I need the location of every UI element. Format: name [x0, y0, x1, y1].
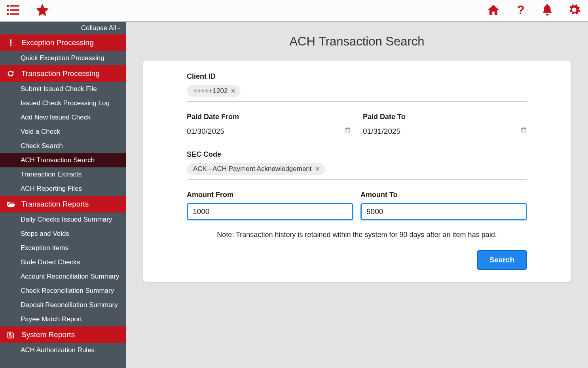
folder-open-icon	[6, 200, 16, 209]
retention-note: Note: Transaction history is retained wi…	[187, 231, 527, 239]
top-bar: ?	[0, 0, 588, 22]
amount-to-label: Amount To	[360, 191, 527, 199]
nav-item-submit-issued-check-file[interactable]: Submit Issued Check File	[0, 82, 126, 96]
star-icon[interactable]	[35, 2, 50, 19]
amount-from-input[interactable]	[187, 203, 353, 220]
nav-header-label: Transaction Reports	[21, 200, 89, 209]
nav-item-daily-checks-issued-summary[interactable]: Daily Checks Issued Summary	[0, 212, 126, 227]
nav-item-account-reconciliation-summary[interactable]: Account Reconciliation Summary	[0, 269, 126, 284]
nav-item-check-reconciliation-summary[interactable]: Check Reconciliation Summary	[0, 284, 126, 298]
svg-rect-3	[10, 9, 19, 10]
paid-date-to-label: Paid Date To	[363, 113, 527, 121]
client-id-field: Client ID +++++1202 ✕	[187, 72, 527, 102]
nav-item-stale-dated-checks[interactable]: Stale Dated Checks	[0, 255, 126, 269]
nav-item-quick-exception-processing[interactable]: Quick Exception Processing	[0, 51, 126, 65]
paid-date-from-value: 01/30/2025	[187, 127, 224, 136]
sec-code-label: SEC Code	[187, 150, 527, 159]
svg-rect-0	[7, 5, 9, 7]
svg-text:?: ?	[517, 3, 525, 17]
nav-item-ach-authorization-rules[interactable]: ACH Authorization Rules	[0, 343, 126, 357]
svg-rect-4	[7, 13, 9, 15]
search-form-card: Client ID +++++1202 ✕ Paid Date From 01/…	[143, 61, 571, 282]
newspaper-icon	[6, 330, 16, 339]
paid-date-to-field: Paid Date To 01/31/2025	[363, 113, 527, 139]
exclamation-icon	[6, 38, 16, 47]
nav-item-stops-and-voids[interactable]: Stops and Voids	[0, 227, 126, 241]
nav-item-payee-match-report[interactable]: Payee Match Report	[0, 312, 126, 326]
client-id-label: Client ID	[187, 72, 527, 81]
svg-rect-5	[10, 13, 19, 15]
nav-item-check-search[interactable]: Check Search	[0, 139, 126, 153]
client-id-chip[interactable]: +++++1202 ✕	[187, 85, 241, 97]
nav-item-exception-items[interactable]: Exception Items	[0, 241, 126, 255]
nav-item-transaction-extracts[interactable]: Transaction Extracts	[0, 167, 126, 182]
menu-list-icon[interactable]	[6, 2, 21, 19]
svg-rect-1	[10, 5, 19, 6]
help-icon[interactable]: ?	[514, 3, 527, 18]
nav-item-ach-transaction-search[interactable]: ACH Transaction Search	[0, 153, 126, 167]
svg-rect-8	[10, 45, 11, 46]
sec-code-chip[interactable]: ACK - ACH Payment Acknowledgement ✕	[187, 163, 325, 175]
topbar-left	[6, 2, 50, 19]
page-title: ACH Transaction Search	[143, 22, 571, 61]
refresh-icon	[6, 69, 16, 78]
client-id-chip-text: +++++1202	[193, 87, 228, 95]
amount-to-input[interactable]	[360, 203, 527, 220]
bell-icon[interactable]	[541, 3, 554, 18]
nav-header-system-reports[interactable]: System Reports	[0, 326, 126, 343]
gear-icon[interactable]	[567, 3, 581, 18]
nav-header-transaction-processing[interactable]: Transaction Processing	[0, 65, 126, 82]
sec-code-chip-text: ACK - ACH Payment Acknowledgement	[193, 165, 312, 173]
amount-to-field: Amount To	[360, 191, 527, 220]
amount-from-field: Amount From	[187, 191, 353, 220]
collapse-all-link[interactable]: Collapse All -	[0, 22, 126, 34]
nav-item-ach-reporting-files[interactable]: ACH Reporting Files	[0, 182, 126, 196]
topbar-right: ?	[487, 3, 581, 18]
nav-item-void-a-check[interactable]: Void a Check	[0, 125, 126, 139]
close-icon[interactable]: ✕	[231, 87, 236, 95]
nav-header-transaction-reports[interactable]: Transaction Reports	[0, 196, 126, 212]
nav-item-issued-check-processing-log[interactable]: Issued Check Processing Log	[0, 96, 126, 110]
nav-item-add-new-issued-check[interactable]: Add New Issued Check	[0, 110, 126, 125]
nav-item-deposit-reconciliation-summary[interactable]: Deposit Reconciliation Summary	[0, 298, 126, 312]
main-content: ACH Transaction Search Client ID +++++12…	[126, 22, 588, 368]
calendar-icon[interactable]	[344, 127, 351, 136]
form-actions: Search	[187, 250, 527, 270]
nav-header-label: System Reports	[21, 330, 75, 339]
nav-header-exception-processing[interactable]: Exception Processing	[0, 34, 126, 51]
amount-from-label: Amount From	[187, 191, 353, 199]
home-icon[interactable]	[487, 3, 500, 18]
svg-rect-2	[7, 9, 9, 11]
sec-code-field: SEC Code ACK - ACH Payment Acknowledgeme…	[187, 150, 527, 180]
paid-date-from-label: Paid Date From	[187, 113, 351, 121]
paid-date-to-value: 01/31/2025	[363, 127, 400, 136]
nav-header-label: Transaction Processing	[21, 69, 100, 78]
paid-date-to-input[interactable]: 01/31/2025	[363, 125, 527, 139]
paid-date-from-input[interactable]: 01/30/2025	[187, 125, 351, 139]
svg-rect-7	[10, 40, 11, 44]
calendar-icon[interactable]	[520, 127, 527, 136]
search-button[interactable]: Search	[477, 250, 527, 270]
sidebar: Collapse All - Exception Processing Quic…	[0, 22, 126, 368]
nav-header-label: Exception Processing	[21, 38, 94, 47]
paid-date-from-field: Paid Date From 01/30/2025	[187, 113, 351, 139]
close-icon[interactable]: ✕	[315, 165, 320, 173]
